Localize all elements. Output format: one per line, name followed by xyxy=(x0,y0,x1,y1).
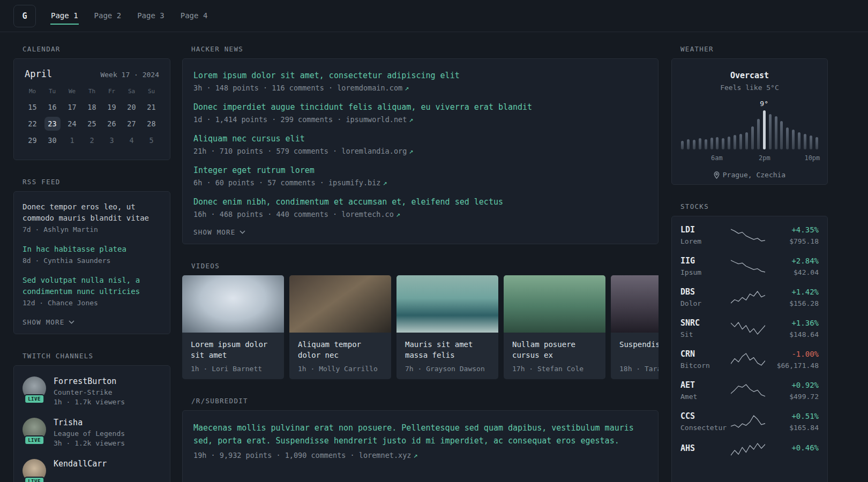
hn-item-link[interactable]: Donec imperdiet augue tincidunt felis al… xyxy=(193,101,647,113)
video-row: Lorem ipsum dolor sit amet consectetu… 1… xyxy=(182,275,659,379)
subreddit-domain-link[interactable]: loremnet.xyz xyxy=(359,451,411,460)
channel-name[interactable]: ForrestBurton xyxy=(54,376,125,386)
video-title[interactable]: Mauris sit amet massa felis xyxy=(405,339,491,360)
live-badge: LIVE xyxy=(24,477,44,482)
stock-row[interactable]: DBSDolor +1.42%$156.28 xyxy=(680,287,819,307)
weekday-label: Tu xyxy=(42,88,62,95)
hn-item-meta: 16h · 468 points · 440 comments · loremt… xyxy=(193,209,647,220)
middle-column: HACKER NEWS Lorem ipsum dolor sit amet, … xyxy=(182,45,659,482)
rss-widget: RSS FEED Donec tempor eros leo, ut commo… xyxy=(13,178,170,334)
stock-name: Amet xyxy=(680,393,728,401)
tab-page-2[interactable]: Page 2 xyxy=(94,7,122,25)
tab-page-4[interactable]: Page 4 xyxy=(180,7,208,25)
weekday-label: We xyxy=(62,88,82,95)
stocks-card: LDILorem +4.35%$795.18 IIGIpsum +2.84%$4… xyxy=(671,216,828,482)
twitch-channel[interactable]: LIVE ForrestBurton Counter-Strike 1h · 1… xyxy=(23,376,161,406)
left-column: CALENDAR April Week 17 · 2024 MoTuWeThFr… xyxy=(13,45,170,482)
app-logo[interactable]: G xyxy=(13,5,36,27)
hn-show-more-button[interactable]: SHOW MORE xyxy=(193,228,647,236)
calendar-month: April xyxy=(25,69,52,79)
video-thumbnail xyxy=(182,275,284,333)
stock-row[interactable]: AHS +0.46% xyxy=(680,442,819,456)
video-card[interactable]: Suspendisse diam 18h · Tara xyxy=(611,275,659,379)
stock-change: +1.36% xyxy=(768,319,819,327)
video-card[interactable]: Mauris sit amet massa felis 7h · Grayson… xyxy=(396,275,498,379)
stock-price: $795.18 xyxy=(768,237,819,245)
external-link-icon: ↗ xyxy=(396,210,400,219)
hn-item-domain-link[interactable]: loremlandia.org xyxy=(341,147,407,155)
rss-item-link[interactable]: Donec tempor eros leo, ut commodo mauris… xyxy=(23,201,161,224)
video-title[interactable]: Lorem ipsum dolor sit amet consectetu… xyxy=(191,339,276,360)
hn-item-link[interactable]: Donec enim nibh, condimentum et accumsan… xyxy=(193,196,647,208)
video-card[interactable]: Lorem ipsum dolor sit amet consectetu… 1… xyxy=(182,275,284,379)
channel-name[interactable]: Trisha xyxy=(54,418,125,427)
calendar-day: 21 xyxy=(144,100,160,114)
rss-show-more-button[interactable]: SHOW MORE xyxy=(23,318,161,326)
hn-item-domain-link[interactable]: loremtech.co xyxy=(341,210,394,219)
calendar-weekday-row: MoTuWeThFrSaSu xyxy=(23,88,161,95)
hn-item-stats: 16h · 468 points · 440 comments · xyxy=(193,210,341,219)
twitch-channel[interactable]: LIVE Trisha League of Legends 3h · 1.2k … xyxy=(23,418,161,447)
hn-item-link[interactable]: Aliquam nec cursus elit xyxy=(193,133,647,145)
stock-row[interactable]: CCSConsectetur +0.51%$165.84 xyxy=(680,411,819,432)
hn-item-stats: 1d · 1,414 points · 299 comments · xyxy=(193,115,346,124)
stock-name: Lorem xyxy=(680,237,728,245)
stock-row[interactable]: IIGIpsum +2.84%$42.04 xyxy=(680,256,819,276)
calendar-day: 1 xyxy=(64,133,80,147)
tab-page-3[interactable]: Page 3 xyxy=(137,7,165,25)
weather-bar xyxy=(728,137,730,149)
stocks-heading: STOCKS xyxy=(680,202,828,210)
rss-item-link[interactable]: In hac habitasse platea xyxy=(23,244,161,255)
stock-sparkline xyxy=(728,442,768,456)
weather-bar: 9° xyxy=(763,110,766,149)
stock-row[interactable]: LDILorem +4.35%$795.18 xyxy=(680,225,819,245)
stock-sparkline xyxy=(728,228,768,242)
stock-row[interactable]: AETAmet +0.92%$499.72 xyxy=(680,380,819,401)
videos-widget: VIDEOS Lorem ipsum dolor sit amet consec… xyxy=(182,262,659,379)
tab-page-1[interactable]: Page 1 xyxy=(50,7,79,25)
stock-change: +0.46% xyxy=(768,443,819,452)
weekday-label: Fr xyxy=(102,88,122,95)
video-title[interactable]: Suspendisse diam xyxy=(619,339,659,360)
show-more-label: SHOW MORE xyxy=(23,318,65,326)
subreddit-post-link[interactable]: Maecenas mollis pulvinar erat non posuer… xyxy=(193,421,647,447)
hn-item: Lorem ipsum dolor sit amet, consectetur … xyxy=(193,70,647,93)
calendar-day: 30 xyxy=(44,133,61,147)
weekday-label: Th xyxy=(82,88,102,95)
stock-change: -1.00% xyxy=(768,350,819,358)
video-card[interactable]: Aliquam tempor dolor nec pharetra… 1h · … xyxy=(289,275,391,379)
hn-item-domain-link[interactable]: ipsumify.biz xyxy=(328,178,381,187)
external-link-icon: ↗ xyxy=(383,178,387,187)
weather-location: Prague, Czechia xyxy=(681,171,818,179)
video-title[interactable]: Aliquam tempor dolor nec pharetra… xyxy=(298,339,384,360)
video-title[interactable]: Nullam posuere cursus ex xyxy=(512,339,598,360)
calendar-day: 3 xyxy=(104,133,120,147)
calendar-day: 20 xyxy=(124,100,140,114)
video-card[interactable]: Nullam posuere cursus ex 17h · Stefan Co… xyxy=(504,275,605,379)
tab-label: Page 1 xyxy=(51,11,78,20)
hn-item-link[interactable]: Lorem ipsum dolor sit amet, consectetur … xyxy=(193,70,647,81)
stock-row[interactable]: SNRCSit +1.36%$148.64 xyxy=(680,318,819,338)
twitch-channel[interactable]: LIVE KendallCarr xyxy=(23,459,161,482)
channel-name[interactable]: KendallCarr xyxy=(54,459,107,469)
weather-bar xyxy=(745,132,748,149)
rss-item-link[interactable]: Sed volutpat nulla nisl, a condimentum n… xyxy=(23,275,161,297)
stock-price: $499.72 xyxy=(768,393,819,401)
weather-bar xyxy=(681,141,684,149)
rss-item: Sed volutpat nulla nisl, a condimentum n… xyxy=(23,275,161,308)
right-column: WEATHER Overcast Feels like 5°C 9° 6am2p… xyxy=(671,45,828,482)
stock-change: +2.84% xyxy=(768,257,819,265)
hn-item-domain-link[interactable]: ipsumworld.net xyxy=(346,115,407,124)
calendar-day: 4 xyxy=(124,133,140,147)
hn-item-domain-link[interactable]: loremdomain.com xyxy=(337,84,402,92)
hn-item-stats: 21h · 710 points · 579 comments · xyxy=(193,147,341,155)
stock-price: $42.04 xyxy=(768,268,819,276)
channel-viewers: 1h · 1.7k viewers xyxy=(54,398,125,406)
stock-row[interactable]: CRNBitcorn -1.00%$66,171.48 xyxy=(680,349,819,370)
hn-item-link[interactable]: Integer eget rutrum lorem xyxy=(193,164,647,176)
stock-ticker: CRN xyxy=(680,349,728,359)
hn-item: Aliquam nec cursus elit 21h · 710 points… xyxy=(193,133,647,156)
subreddit-post-meta: 19h · 9,932 points · 1,090 comments · lo… xyxy=(193,450,647,461)
weather-bar xyxy=(716,137,719,149)
calendar-day: 27 xyxy=(124,117,140,131)
